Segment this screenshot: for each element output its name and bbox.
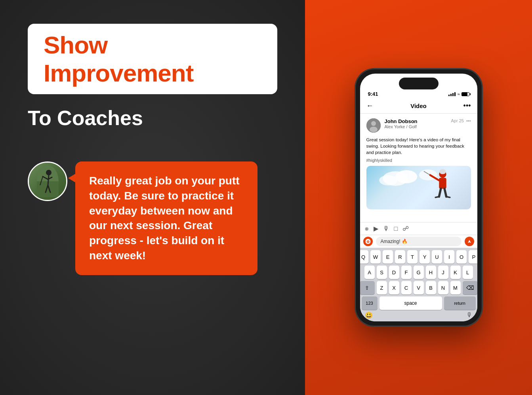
user-avatar-icon (366, 118, 381, 133)
phone-screen: 9:41 ≈ (360, 74, 477, 321)
logo-icon: ⚙ (365, 238, 371, 245)
keyboard-row-2: A S D F G H J K L (362, 266, 476, 279)
svg-marker-27 (468, 240, 471, 243)
phone-mockup: 9:41 ≈ (355, 69, 482, 326)
svg-line-24 (446, 197, 450, 198)
svg-point-14 (379, 175, 397, 186)
post-username: John Dobson (385, 118, 451, 124)
svg-line-21 (439, 189, 441, 197)
key-j[interactable]: J (438, 266, 448, 279)
key-v[interactable]: V (414, 281, 424, 294)
key-z[interactable]: Z (377, 281, 387, 294)
mic-icon[interactable]: 🎙 (383, 225, 389, 232)
speech-bubble: Really great job on your putt today. Be … (75, 161, 257, 275)
phone-outer: 9:41 ≈ (355, 69, 482, 326)
numbers-key[interactable]: 123 (362, 296, 378, 310)
avatar (28, 161, 67, 201)
reply-icon-left: ⚙ (363, 237, 373, 246)
key-f[interactable]: F (401, 266, 412, 279)
video-thumbnail[interactable] (366, 166, 471, 209)
return-key[interactable]: return (444, 296, 476, 310)
reply-input[interactable]: Amazing! 🔥 (376, 237, 461, 246)
svg-line-22 (444, 189, 446, 197)
subtitle: To Coaches (28, 106, 277, 130)
input-toolbar: ⎈ ▶ 🎙 □ ☍ (360, 222, 477, 235)
battery-icon (461, 92, 469, 96)
post-sub: Alex Yorke / Golf (385, 124, 451, 129)
coach-message: Really great job on your putt today. Be … (89, 173, 244, 263)
space-key[interactable]: space (379, 296, 442, 310)
key-q[interactable]: Q (360, 250, 369, 264)
svg-point-11 (370, 127, 378, 132)
key-l[interactable]: L (463, 266, 473, 279)
post-header: John Dobson Alex Yorke / Golf Apr 25 ••• (366, 118, 471, 133)
svg-point-2 (46, 170, 51, 175)
key-k[interactable]: K (450, 266, 461, 279)
key-i[interactable]: I (444, 250, 454, 264)
back-button[interactable]: ← (366, 102, 393, 110)
dynamic-island (399, 78, 439, 89)
emoji-button[interactable]: 😃 (365, 311, 373, 319)
key-c[interactable]: C (401, 281, 412, 294)
post-user-avatar (366, 118, 381, 133)
keyboard-emoji-row: 😃 🎙 (362, 310, 476, 320)
post-date: Apr 25 (451, 118, 464, 123)
signal-bars-icon (448, 92, 456, 96)
play-icon[interactable]: ▶ (374, 225, 378, 232)
post-tag: #highlyskilled (366, 158, 471, 163)
right-panel: 9:41 ≈ (305, 0, 532, 395)
show-improvement-badge: Show Improvement (28, 24, 277, 94)
key-p[interactable]: P (469, 250, 477, 264)
golfer-avatar-icon (37, 165, 59, 197)
key-e[interactable]: E (383, 250, 393, 264)
status-time: 9:41 (368, 91, 378, 97)
key-o[interactable]: O (456, 250, 467, 264)
shift-key[interactable]: ⇧ (360, 281, 375, 294)
send-button[interactable] (465, 237, 474, 246)
badge-container: Show Improvement (28, 24, 277, 94)
post-user-info: John Dobson Alex Yorke / Golf (385, 118, 451, 129)
key-t[interactable]: T (407, 250, 418, 264)
key-n[interactable]: N (438, 281, 448, 294)
key-d[interactable]: D (389, 266, 399, 279)
key-g[interactable]: G (414, 266, 424, 279)
svg-text:⚙: ⚙ (366, 240, 370, 244)
avatar-inner (29, 163, 66, 200)
svg-rect-18 (439, 178, 446, 189)
key-x[interactable]: X (389, 281, 399, 294)
wifi-icon: ≈ (457, 92, 460, 97)
key-m[interactable]: M (450, 281, 461, 294)
nav-more-button[interactable]: ••• (445, 102, 471, 110)
status-bar: 9:41 ≈ (360, 89, 477, 99)
key-s[interactable]: S (377, 266, 387, 279)
keyboard-row-1: Q W E R T Y U I O P (362, 250, 476, 264)
nav-bar: ← Video ••• (360, 99, 477, 114)
key-y[interactable]: Y (419, 250, 430, 264)
keyboard-row-3: ⇧ Z X C V B N M ⌫ (362, 281, 476, 294)
status-icons: ≈ (448, 92, 469, 97)
reply-input-text: Amazing! 🔥 (381, 239, 408, 244)
delete-key[interactable]: ⌫ (463, 281, 477, 294)
file-icon[interactable]: ☍ (402, 225, 409, 232)
key-w[interactable]: W (370, 250, 381, 264)
key-h[interactable]: H (426, 266, 436, 279)
svg-point-13 (395, 170, 417, 183)
keyboard-bottom-row: 123 space return (362, 296, 476, 310)
svg-point-15 (419, 169, 437, 180)
left-panel: Show Improvement To Coaches (0, 0, 305, 395)
key-r[interactable]: R (395, 250, 405, 264)
post-options-button[interactable]: ••• (466, 118, 471, 123)
key-a[interactable]: A (364, 266, 375, 279)
key-b[interactable]: B (426, 281, 436, 294)
key-u[interactable]: U (432, 250, 442, 264)
nav-title: Video (393, 103, 445, 109)
reply-bar: ⚙ Amazing! 🔥 (360, 235, 477, 248)
camera-icon[interactable]: ⎈ (365, 225, 369, 232)
microphone-key[interactable]: 🎙 (466, 311, 473, 319)
image-icon[interactable]: □ (394, 225, 398, 232)
post-body: Great session today! Here's a video of m… (366, 137, 471, 156)
post-area: John Dobson Alex Yorke / Golf Apr 25 •••… (360, 114, 477, 222)
svg-point-17 (439, 169, 446, 175)
svg-line-3 (48, 175, 49, 185)
send-icon (467, 239, 472, 244)
